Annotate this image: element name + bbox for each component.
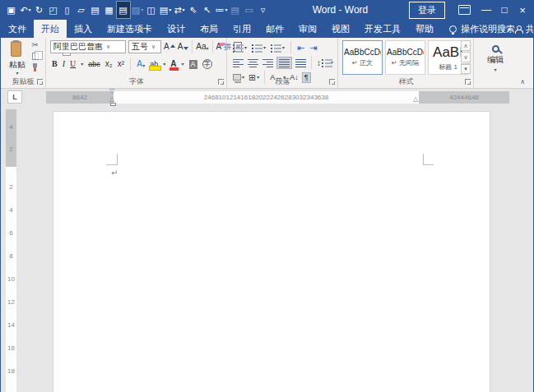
italic-button[interactable]: I	[63, 60, 65, 68]
line-spacing-button[interactable]: ↕▾	[317, 58, 333, 67]
char-spacing-icon[interactable]: ⇄▾	[173, 2, 186, 18]
paste-clipboard-icon	[11, 40, 25, 58]
styles-group: AaBbCcDd ↵ 正文 AaBbCcDd ↵ 无间隔 AaBI 标题 1 ∧	[339, 38, 474, 88]
close-button[interactable]: ×	[513, 0, 532, 20]
tab-review[interactable]: 审阅	[291, 20, 324, 38]
style-normal[interactable]: AaBbCcDd ↵ 正文	[342, 40, 383, 75]
clear-formatting-button[interactable]: A	[216, 43, 222, 51]
redo-icon[interactable]: ↻	[33, 2, 46, 18]
print-preview-icon[interactable]: ◰	[47, 2, 60, 18]
share-button[interactable]: 共享	[515, 20, 534, 38]
distribute-button[interactable]	[295, 58, 306, 67]
select-objects-icon[interactable]: ⇖	[187, 2, 200, 18]
align-left-button[interactable]	[233, 58, 244, 67]
tab-stop-selector[interactable]: L	[7, 90, 22, 104]
font-size-select[interactable]: 五号 ∨	[128, 40, 161, 53]
left-indent-marker[interactable]	[110, 103, 116, 106]
character-shading-button[interactable]: A	[189, 60, 197, 69]
ribbon-display-options-icon[interactable]	[458, 5, 471, 15]
reading-view-icon[interactable]: ▤	[117, 2, 130, 18]
font-dialog-launcher-icon[interactable]	[218, 79, 224, 85]
window-title: Word - Word	[270, 4, 402, 16]
save-icon[interactable]: ▣	[5, 2, 18, 18]
strikethrough-button[interactable]: abc	[88, 61, 100, 68]
styles-group-label: 样式	[339, 76, 473, 87]
box-disabled-icon[interactable]: ▭	[243, 2, 256, 18]
decrease-indent-button[interactable]: ⇤	[297, 44, 304, 53]
paste-button[interactable]: 粘贴 ▾	[5, 40, 30, 78]
new-document-icon[interactable]: ▯	[61, 2, 74, 18]
hanging-indent-marker[interactable]: △	[109, 96, 114, 103]
style-scroll-up-button[interactable]: ∧	[461, 40, 471, 51]
highlight-caret-icon[interactable]: ▾	[163, 62, 165, 67]
underline-button[interactable]: U	[70, 60, 76, 68]
paragraph-group: ▾ ▾ ▾ ⇤ ⇥ ↕▾ ▾ ⊞▾ A↔▾ A↓	[228, 38, 338, 88]
paste-icon[interactable]: ▤	[89, 2, 102, 18]
tab-design[interactable]: 设计	[160, 20, 193, 38]
style-no-spacing[interactable]: AaBbCcDd ↵ 无间隔	[385, 40, 425, 75]
font-row-2: B I U ▾ abc x₂ x² A▾ ab ▾ A ▾ A 字	[52, 58, 212, 71]
tab-file[interactable]: 文件	[1, 20, 34, 38]
minimize-button[interactable]: —	[477, 0, 495, 20]
bullets-button[interactable]: ▾	[233, 44, 247, 53]
style-scroll-down-button[interactable]: ∨	[461, 52, 471, 62]
styles-dialog-launcher-icon[interactable]	[465, 79, 471, 85]
paragraph-dialog-launcher-icon[interactable]	[329, 79, 335, 85]
paste-disabled-icon[interactable]: ▤	[229, 2, 242, 18]
shrink-font-button[interactable]: A	[178, 43, 189, 51]
increase-indent-button[interactable]: ⇥	[309, 44, 317, 53]
clipboard-icon[interactable]: ▤▾	[159, 2, 172, 18]
numbering-button[interactable]: ▾	[252, 44, 266, 53]
tab-references[interactable]: 引用	[225, 20, 258, 38]
highlight-color-button[interactable]: ab	[150, 61, 158, 68]
right-indent-marker[interactable]: △	[413, 96, 418, 103]
tab-layout[interactable]: 布局	[193, 20, 225, 38]
tab-mailings[interactable]: 邮件	[258, 20, 291, 38]
maximize-button[interactable]: □	[495, 0, 513, 20]
change-case-button[interactable]: Aa▾	[196, 43, 208, 51]
editing-button[interactable]: 编辑 ▾	[481, 40, 509, 83]
align-center-button[interactable]	[248, 58, 258, 67]
pointer-icon[interactable]: ↖	[201, 2, 214, 18]
qat-more-icon[interactable]: ▿	[257, 2, 270, 18]
justify-button[interactable]	[277, 58, 291, 68]
clipboard-dialog-launcher-icon[interactable]	[37, 79, 43, 85]
horizontal-ruler[interactable]: 8642 2468101214161820222426283032343638 …	[46, 91, 509, 104]
cut-icon[interactable]: ✂	[31, 41, 38, 49]
vertical-ruler[interactable]: 42 24681012141618	[6, 109, 16, 392]
paste-number-icon[interactable]: ▦	[103, 2, 116, 18]
document-page[interactable]	[53, 111, 490, 392]
text-effects-button[interactable]: A▾	[137, 60, 145, 68]
two-page-view-icon[interactable]: ◫	[145, 2, 158, 18]
vertical-ruler-text-area: 24681012141618	[6, 167, 16, 392]
tab-custom[interactable]: 新建选项卡	[100, 20, 160, 38]
font-family-select[interactable]: 阿里巴巴普惠 ∨	[50, 40, 126, 53]
font-color-caret-icon[interactable]: ▾	[182, 62, 184, 67]
tab-view[interactable]: 视图	[324, 20, 357, 38]
login-button[interactable]: 登录	[409, 2, 445, 19]
bullet-list-icon[interactable]: ≔▾	[215, 2, 228, 18]
font-color-button[interactable]: A	[170, 60, 176, 68]
tab-developer[interactable]: 开发工具	[357, 20, 408, 38]
multilevel-list-button[interactable]: ▾	[271, 44, 285, 53]
first-line-indent-marker[interactable]: ▽	[109, 88, 114, 95]
copy-icon[interactable]	[32, 53, 39, 60]
tell-me-search[interactable]: 操作说明搜索	[449, 20, 515, 38]
underline-caret-icon[interactable]: ▾	[81, 62, 83, 67]
open-icon[interactable]: ▱	[75, 2, 88, 18]
bold-button[interactable]: B	[52, 60, 58, 68]
format-painter-icon[interactable]	[31, 63, 39, 71]
margin-crop-mark-top-left	[117, 154, 118, 165]
subscript-button[interactable]: x₂	[105, 60, 113, 68]
undo-icon[interactable]: ↶▾	[19, 2, 32, 18]
grow-font-button[interactable]: A	[164, 43, 175, 51]
enclose-characters-button[interactable]: 字	[202, 59, 212, 69]
tab-home[interactable]: 开始	[34, 20, 67, 38]
tab-help[interactable]: 帮助	[408, 20, 441, 38]
align-right-button[interactable]	[262, 58, 273, 67]
collapse-ribbon-button[interactable]: ∧	[520, 78, 525, 85]
picture-icon[interactable]: ▨▾	[131, 2, 144, 18]
superscript-button[interactable]: x²	[118, 60, 124, 68]
style-gallery-more-button[interactable]: ▾	[461, 63, 471, 74]
tab-insert[interactable]: 插入	[67, 20, 100, 38]
